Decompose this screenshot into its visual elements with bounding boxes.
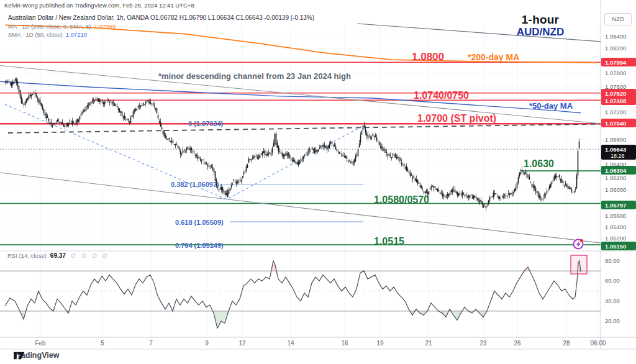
pair-label: AUD/NZD <box>503 26 578 39</box>
candlestick-series <box>5 78 580 211</box>
annotation-level-1.0800: 1.0800 <box>412 51 444 63</box>
publish-attribution: Kelvin-Wong published on TradingView.com… <box>4 2 194 9</box>
annotation-ma200-label: *200-day MA <box>468 52 519 62</box>
st-pivot-dashed <box>8 124 601 133</box>
countdown-timer: 18:26 <box>611 153 625 159</box>
time-tick: 06:00 <box>590 340 606 347</box>
legend-sma50-row[interactable]: SMA · 1D (50, close)1.07210 <box>8 31 87 38</box>
annotation-level-1.0515: 1.0515 <box>374 236 404 247</box>
svg-text:1.06643: 1.06643 <box>605 146 626 153</box>
annotation-level-1.0630: 1.0630 <box>524 158 554 170</box>
legend-ma200-label: MA · 1D (200, close, 0, SMA, 5) <box>8 23 91 30</box>
time-tick: 28 <box>563 340 570 347</box>
annotation-level-1.0740-0750: 1.0740/0750 <box>414 90 469 101</box>
time-tick: 12 <box>238 340 246 347</box>
legend-ma200-row[interactable]: MA · 1D (200, close, 0, SMA, 5)1.07999 <box>8 23 116 30</box>
legend-sma50-value: 1.07210 <box>66 31 87 38</box>
legend-ma200-value: 1.07999 <box>94 23 116 30</box>
price-tick: 1.05600 <box>605 212 626 219</box>
price-tick: 1.06000 <box>605 186 626 193</box>
price-tick: 1.07200 <box>605 109 626 116</box>
time-tick: 26 <box>514 340 521 347</box>
svg-text:1.07040: 1.07040 <box>605 120 626 127</box>
price-tick: 1.05400 <box>605 224 626 230</box>
rsi-header-row[interactable]: RSI (14, close)69.37∅ ∅ ∅ ∅ <box>7 252 109 259</box>
time-tick: 7 <box>149 340 153 347</box>
rsi-value: 69.37 <box>50 252 66 259</box>
annotation-fib-382: 0.382 (1.06097) <box>171 181 219 188</box>
symbol-ohlc-row[interactable]: Australian Dollar / New Zealand Dollar, … <box>8 14 314 21</box>
time-tick: Feb <box>35 340 46 347</box>
annotation-fib-618: 0.618 (1.05509) <box>175 219 224 226</box>
annotation-level-1.0700-pivot: 1.0700 (ST pivot) <box>417 113 496 124</box>
price-tick: 1.08200 <box>605 45 626 52</box>
legend-sma50-label: SMA · 1D (50, close) <box>8 31 63 38</box>
time-tick: 9 <box>205 340 209 347</box>
time-tick: 23 <box>479 340 487 347</box>
svg-text:1.05150: 1.05150 <box>605 243 626 250</box>
annotation-fib-0: 0 (1.07034) <box>188 120 223 127</box>
time-tick: 21 <box>425 340 432 347</box>
annotation-level-1.0580-0570: 1.0580/0570 <box>374 194 429 206</box>
tradingview-chart-screenshot: 1.084001.082001.078001.076001.072001.068… <box>0 0 636 364</box>
time-axis[interactable]: Feb579121416192123262806:00 <box>35 340 606 347</box>
rsi-band-lines <box>0 271 601 311</box>
annotation-ma50-label: *50-day MA <box>529 101 573 111</box>
time-tick: 5 <box>101 340 104 347</box>
rsi-label: RSI (14, close) <box>7 252 47 259</box>
price-tick: 1.06800 <box>605 136 626 143</box>
svg-text:1.07520: 1.07520 <box>605 90 626 97</box>
time-tick: 19 <box>376 340 384 347</box>
price-tick: 1.08400 <box>605 33 626 40</box>
tradingview-logo[interactable]: TradingView <box>14 351 59 360</box>
currency-axis-badge[interactable]: NZD <box>604 13 632 25</box>
svg-text:1.07408: 1.07408 <box>605 98 626 104</box>
svg-text:1.05797: 1.05797 <box>605 202 626 209</box>
rsi-spike-highlight-box <box>571 255 587 274</box>
rsi-tick: 60.00 <box>605 277 620 284</box>
annotation-channel-note: *minor descending channel from 23 Jan 20… <box>158 71 351 81</box>
svg-text:1.06304: 1.06304 <box>605 167 627 174</box>
event-alert-dot <box>580 239 583 242</box>
price-tick: 1.07800 <box>605 70 626 76</box>
price-tick: 1.06200 <box>605 175 626 181</box>
rsi-empty-markers: ∅ ∅ ∅ ∅ <box>71 252 109 259</box>
timeframe-label: 1-hour <box>503 13 578 27</box>
price-tick: 1.05200 <box>605 235 626 242</box>
tradingview-logo-icon <box>14 351 25 360</box>
chart-canvas[interactable]: 1.084001.082001.078001.076001.072001.068… <box>0 0 636 364</box>
time-tick: 16 <box>341 340 348 347</box>
rsi-tick: 40.00 <box>605 298 620 304</box>
annotation-fib-764: 0.764 (1.05149) <box>175 242 224 249</box>
time-tick: 14 <box>287 340 294 347</box>
price-axis[interactable]: 1.084001.082001.078001.076001.072001.068… <box>601 33 636 324</box>
rsi-tick: 20.00 <box>605 317 620 324</box>
channel-lower <box>0 173 601 243</box>
svg-text:1.07994: 1.07994 <box>605 59 627 66</box>
rsi-tick: 80.00 <box>605 257 620 264</box>
